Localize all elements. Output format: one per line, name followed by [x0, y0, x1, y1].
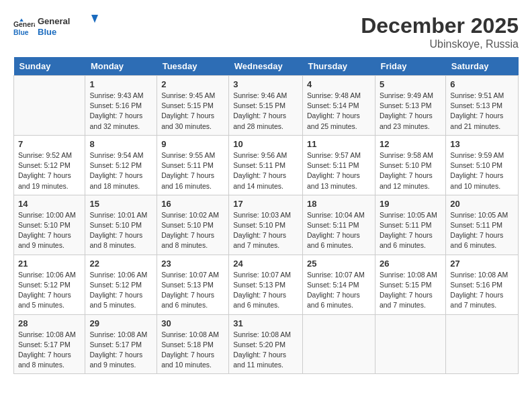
- day-number: 10: [233, 139, 298, 149]
- page-header: General Blue General Blue December 2025 …: [13, 13, 519, 50]
- day-number: 21: [18, 259, 81, 269]
- svg-marker-4: [91, 15, 98, 23]
- weekday-header-saturday: Saturday: [446, 57, 519, 76]
- calendar-cell: 7Sunrise: 9:52 AM Sunset: 5:12 PM Daylig…: [14, 135, 85, 195]
- svg-marker-2: [19, 19, 24, 21]
- day-number: 25: [307, 259, 371, 269]
- calendar-cell: 15Sunrise: 10:01 AM Sunset: 5:10 PM Dayl…: [85, 195, 157, 255]
- calendar-cell: 17Sunrise: 10:03 AM Sunset: 5:10 PM Dayl…: [229, 195, 303, 255]
- day-info: Sunrise: 10:08 AM Sunset: 5:18 PM Daylig…: [161, 330, 224, 371]
- day-number: 14: [18, 199, 81, 209]
- calendar-body: 1Sunrise: 9:43 AM Sunset: 5:16 PM Daylig…: [14, 76, 519, 374]
- day-number: 8: [89, 139, 152, 149]
- calendar-cell: 28Sunrise: 10:08 AM Sunset: 5:17 PM Dayl…: [14, 314, 85, 374]
- svg-text:Blue: Blue: [38, 27, 56, 37]
- day-info: Sunrise: 9:52 AM Sunset: 5:12 PM Dayligh…: [18, 150, 81, 191]
- svg-text:General: General: [13, 21, 35, 28]
- day-number: 17: [233, 199, 298, 209]
- calendar-cell: 29Sunrise: 10:08 AM Sunset: 5:17 PM Dayl…: [85, 314, 157, 374]
- day-info: Sunrise: 9:45 AM Sunset: 5:15 PM Dayligh…: [161, 91, 224, 132]
- weekday-header-tuesday: Tuesday: [157, 57, 229, 76]
- day-number: 16: [161, 199, 224, 209]
- day-number: 31: [233, 318, 298, 328]
- day-number: 26: [380, 259, 441, 269]
- day-number: 1: [89, 79, 152, 89]
- day-info: Sunrise: 9:58 AM Sunset: 5:10 PM Dayligh…: [380, 150, 441, 191]
- day-number: 29: [89, 318, 152, 328]
- day-number: 18: [307, 199, 371, 209]
- day-number: 11: [307, 139, 371, 149]
- day-info: Sunrise: 10:04 AM Sunset: 5:11 PM Daylig…: [307, 210, 371, 251]
- day-info: Sunrise: 10:07 AM Sunset: 5:14 PM Daylig…: [307, 270, 371, 311]
- calendar-cell: 2Sunrise: 9:45 AM Sunset: 5:15 PM Daylig…: [157, 76, 229, 136]
- calendar-cell: 14Sunrise: 10:00 AM Sunset: 5:10 PM Dayl…: [14, 195, 85, 255]
- day-info: Sunrise: 10:06 AM Sunset: 5:12 PM Daylig…: [18, 270, 81, 311]
- logo-graphic: General Blue: [38, 13, 118, 40]
- weekday-header-row: SundayMondayTuesdayWednesdayThursdayFrid…: [14, 57, 519, 76]
- day-info: Sunrise: 10:02 AM Sunset: 5:10 PM Daylig…: [161, 210, 224, 251]
- day-info: Sunrise: 10:06 AM Sunset: 5:12 PM Daylig…: [89, 270, 152, 311]
- calendar-week-row: 1Sunrise: 9:43 AM Sunset: 5:16 PM Daylig…: [14, 76, 519, 136]
- calendar-cell: 13Sunrise: 9:59 AM Sunset: 5:10 PM Dayli…: [446, 135, 519, 195]
- day-info: Sunrise: 10:08 AM Sunset: 5:17 PM Daylig…: [89, 330, 152, 371]
- day-number: 22: [89, 259, 152, 269]
- calendar-table: SundayMondayTuesdayWednesdayThursdayFrid…: [13, 57, 519, 374]
- calendar-cell: 30Sunrise: 10:08 AM Sunset: 5:18 PM Dayl…: [157, 314, 229, 374]
- day-info: Sunrise: 10:08 AM Sunset: 5:20 PM Daylig…: [233, 330, 298, 371]
- logo: General Blue General Blue: [13, 13, 118, 43]
- weekday-header-monday: Monday: [85, 57, 157, 76]
- weekday-header-thursday: Thursday: [302, 57, 375, 76]
- calendar-cell: 19Sunrise: 10:05 AM Sunset: 5:11 PM Dayl…: [375, 195, 445, 255]
- day-info: Sunrise: 9:51 AM Sunset: 5:13 PM Dayligh…: [450, 91, 514, 132]
- day-number: 9: [161, 139, 224, 149]
- day-number: 30: [161, 318, 224, 328]
- day-info: Sunrise: 10:08 AM Sunset: 5:16 PM Daylig…: [450, 270, 514, 311]
- calendar-week-row: 21Sunrise: 10:06 AM Sunset: 5:12 PM Dayl…: [14, 255, 519, 314]
- svg-text:General: General: [38, 16, 70, 26]
- day-number: 6: [450, 79, 514, 89]
- calendar-cell: 26Sunrise: 10:08 AM Sunset: 5:15 PM Dayl…: [375, 255, 445, 314]
- day-number: 23: [161, 259, 224, 269]
- day-info: Sunrise: 10:08 AM Sunset: 5:17 PM Daylig…: [18, 330, 81, 371]
- day-number: 13: [450, 139, 514, 149]
- calendar-cell: 16Sunrise: 10:02 AM Sunset: 5:10 PM Dayl…: [157, 195, 229, 255]
- calendar-cell: 8Sunrise: 9:54 AM Sunset: 5:12 PM Daylig…: [85, 135, 157, 195]
- weekday-header-sunday: Sunday: [14, 57, 85, 76]
- calendar-cell: 18Sunrise: 10:04 AM Sunset: 5:11 PM Dayl…: [302, 195, 375, 255]
- calendar-cell: 9Sunrise: 9:55 AM Sunset: 5:11 PM Daylig…: [157, 135, 229, 195]
- weekday-header-wednesday: Wednesday: [229, 57, 303, 76]
- calendar-cell: 5Sunrise: 9:49 AM Sunset: 5:13 PM Daylig…: [375, 76, 445, 136]
- day-number: 3: [233, 79, 298, 89]
- calendar-cell: 25Sunrise: 10:07 AM Sunset: 5:14 PM Dayl…: [302, 255, 375, 314]
- calendar-cell: 4Sunrise: 9:48 AM Sunset: 5:14 PM Daylig…: [302, 76, 375, 136]
- calendar-cell: 10Sunrise: 9:56 AM Sunset: 5:11 PM Dayli…: [229, 135, 303, 195]
- weekday-header-friday: Friday: [375, 57, 445, 76]
- day-info: Sunrise: 9:49 AM Sunset: 5:13 PM Dayligh…: [380, 91, 441, 132]
- calendar-cell: 23Sunrise: 10:07 AM Sunset: 5:13 PM Dayl…: [157, 255, 229, 314]
- calendar-cell: [375, 314, 445, 374]
- calendar-cell: 3Sunrise: 9:46 AM Sunset: 5:15 PM Daylig…: [229, 76, 303, 136]
- day-info: Sunrise: 10:07 AM Sunset: 5:13 PM Daylig…: [161, 270, 224, 311]
- day-number: 27: [450, 259, 514, 269]
- day-info: Sunrise: 10:07 AM Sunset: 5:13 PM Daylig…: [233, 270, 298, 311]
- calendar-cell: 27Sunrise: 10:08 AM Sunset: 5:16 PM Dayl…: [446, 255, 519, 314]
- day-number: 4: [307, 79, 371, 89]
- day-info: Sunrise: 9:56 AM Sunset: 5:11 PM Dayligh…: [233, 150, 298, 191]
- day-number: 20: [450, 199, 514, 209]
- day-info: Sunrise: 9:57 AM Sunset: 5:11 PM Dayligh…: [307, 150, 371, 191]
- day-info: Sunrise: 10:08 AM Sunset: 5:15 PM Daylig…: [380, 270, 441, 311]
- calendar-week-row: 14Sunrise: 10:00 AM Sunset: 5:10 PM Dayl…: [14, 195, 519, 255]
- day-info: Sunrise: 10:03 AM Sunset: 5:10 PM Daylig…: [233, 210, 298, 251]
- calendar-cell: 11Sunrise: 9:57 AM Sunset: 5:11 PM Dayli…: [302, 135, 375, 195]
- day-info: Sunrise: 10:05 AM Sunset: 5:11 PM Daylig…: [380, 210, 441, 251]
- calendar-week-row: 7Sunrise: 9:52 AM Sunset: 5:12 PM Daylig…: [14, 135, 519, 195]
- day-number: 7: [18, 139, 81, 149]
- title-block: December 2025 Ubinskoye, Russia: [361, 13, 519, 50]
- day-info: Sunrise: 9:59 AM Sunset: 5:10 PM Dayligh…: [450, 150, 514, 191]
- day-number: 5: [380, 79, 441, 89]
- calendar-cell: 21Sunrise: 10:06 AM Sunset: 5:12 PM Dayl…: [14, 255, 85, 314]
- day-number: 19: [380, 199, 441, 209]
- calendar-cell: 24Sunrise: 10:07 AM Sunset: 5:13 PM Dayl…: [229, 255, 303, 314]
- day-info: Sunrise: 9:55 AM Sunset: 5:11 PM Dayligh…: [161, 150, 224, 191]
- day-info: Sunrise: 9:48 AM Sunset: 5:14 PM Dayligh…: [307, 91, 371, 132]
